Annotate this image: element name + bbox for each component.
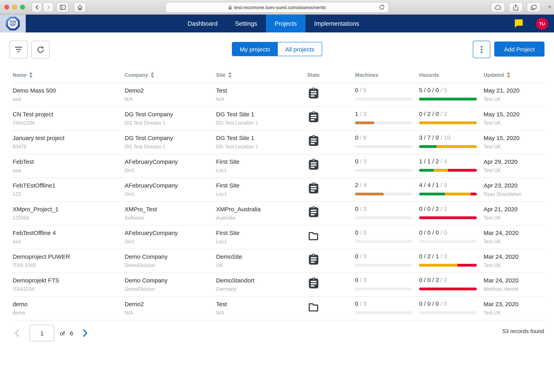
my-projects-button[interactable]: My projects xyxy=(232,42,277,56)
updated-by: Test UK xyxy=(483,144,545,150)
table-row[interactable]: FebTEstOffline1 123 AFebruaryCompany Div… xyxy=(13,178,545,202)
share-button[interactable] xyxy=(509,2,523,12)
zoom-button[interactable] xyxy=(20,5,25,9)
filter-button[interactable] xyxy=(9,41,28,59)
table-row[interactable]: Demoprojekt FTS ITAS1234 Demo Company De… xyxy=(13,273,545,297)
updated-by: Test UK xyxy=(483,96,545,102)
hazards-cell: 0 / 0 / 2 / 2 xyxy=(419,202,483,225)
updated-cell: Apr 29, 2020 Test UK xyxy=(483,154,545,178)
site-cell: XMPro_Australia Australia xyxy=(216,202,294,225)
hazard-yellow-segment xyxy=(419,121,477,124)
hazards-count: 0 / 2 / 1 / 3 xyxy=(419,252,483,260)
hazards-progress-bar xyxy=(419,193,477,196)
tuv-sud-logo[interactable]: TÜV SÜD xyxy=(0,15,26,32)
clipboard-state-icon xyxy=(308,253,318,265)
column-header-site[interactable]: Site xyxy=(216,72,294,78)
company-name: AFebruaryCompany xyxy=(125,158,216,165)
refresh-button[interactable] xyxy=(31,41,50,59)
column-header-name[interactable]: Name xyxy=(13,72,125,78)
table-row[interactable]: Demo Mass 500 asd Demo2 N/A Test N/A xyxy=(13,83,545,107)
company-cell: AFebruaryCompany Div1 xyxy=(125,154,216,178)
reload-icon[interactable] xyxy=(379,4,385,10)
forward-button[interactable] xyxy=(43,2,53,12)
table-row[interactable]: demo demo Demo2 N/A Test N/A xyxy=(13,297,545,320)
state-cell xyxy=(294,273,333,296)
machines-count: 1 / 3 xyxy=(355,110,419,118)
home-icon xyxy=(77,5,83,10)
machines-cell: 2 / 4 xyxy=(333,178,419,201)
updated-by: Test UK xyxy=(483,262,545,269)
table-row[interactable]: XMpro_Project_1 123456 XMPro_Test Softwa… xyxy=(13,202,545,225)
address-bar[interactable]: test-mcomone.tuev-sued.com/assessments xyxy=(165,2,389,13)
back-button[interactable] xyxy=(32,2,42,12)
machines-progress-bar xyxy=(355,311,413,314)
machines-count: 0 / 0 xyxy=(355,229,419,236)
previous-page-button[interactable] xyxy=(14,329,19,337)
add-project-button[interactable]: Add Project xyxy=(494,42,545,56)
company-name: Demo2 xyxy=(125,300,216,308)
company-cell: XMPro_Test Software xyxy=(125,202,216,225)
clipboard-state-icon xyxy=(308,182,318,194)
hazard-red-segment xyxy=(419,287,477,290)
site-name: DG Test Site 1 xyxy=(216,110,294,118)
hazards-progress-bar xyxy=(419,169,477,172)
name-cell: demo demo xyxy=(13,297,125,320)
project-name: FebTest xyxy=(13,158,125,165)
hazards-progress-bar xyxy=(419,121,477,124)
hazards-progress-bar xyxy=(419,145,477,148)
machines-progress-bar xyxy=(355,240,413,243)
machines-cell: 1 / 3 xyxy=(333,107,419,130)
share-icon xyxy=(513,4,518,10)
close-button[interactable] xyxy=(4,5,9,9)
next-page-button[interactable] xyxy=(83,329,88,337)
site-name: First Site xyxy=(216,229,294,237)
nav-item-dashboard[interactable]: Dashboard xyxy=(179,15,226,32)
column-header-company[interactable]: Company xyxy=(125,72,216,78)
updated-cell: May 15, 2020 Test UK xyxy=(483,107,545,130)
cloud-icon xyxy=(494,5,502,10)
table-row[interactable]: January test project 65478 DG Test Compa… xyxy=(13,131,545,154)
projects-scope-toggle: My projects All projects xyxy=(232,42,322,56)
hazards-progress-bar xyxy=(419,216,477,219)
user-avatar[interactable]: TU xyxy=(536,18,548,29)
chevron-left-icon xyxy=(35,5,39,10)
nav-item-settings[interactable]: Settings xyxy=(226,15,266,32)
show-tabs-button[interactable] xyxy=(527,2,540,12)
company-name: DG Test Company xyxy=(125,110,216,118)
machines-count: 0 / 3 xyxy=(355,276,419,284)
home-button[interactable] xyxy=(74,2,86,12)
feedback-flag-icon[interactable] xyxy=(515,19,523,28)
project-code: 65478 xyxy=(13,144,125,150)
updated-by: Ryan Shackleton xyxy=(483,191,545,197)
navbar-right: TU xyxy=(515,15,554,32)
hazards-progress-bar xyxy=(419,287,477,290)
table-row[interactable]: FebTest aaa AFebruaryCompany Div1 First … xyxy=(13,154,545,178)
page-of-label: of xyxy=(60,330,65,336)
nav-items: Dashboard Settings Projects Implementati… xyxy=(179,15,368,32)
more-options-button[interactable] xyxy=(473,41,490,58)
all-projects-button[interactable]: All projects xyxy=(277,42,322,56)
sidebar-toggle-button[interactable] xyxy=(57,2,68,12)
hazards-cell: 1 / 1 / 2 / 4 xyxy=(419,154,483,178)
new-tab-button[interactable]: + xyxy=(548,3,552,11)
updated-cell: May 21, 2020 Test UK xyxy=(483,83,545,106)
minimize-button[interactable] xyxy=(12,5,17,9)
column-header-updated[interactable]: Updated xyxy=(483,72,545,78)
icloud-tabs-button[interactable] xyxy=(491,2,505,12)
site-cell: DemoSite UK xyxy=(216,249,294,273)
nav-item-projects[interactable]: Projects xyxy=(266,15,305,32)
window-controls xyxy=(4,5,25,9)
state-cell xyxy=(294,107,333,130)
hazards-progress-bar xyxy=(419,98,477,100)
page-number-input[interactable] xyxy=(30,325,54,341)
hazards-count: 0 / 0 / 2 / 2 xyxy=(419,276,483,284)
updated-date: Apr 23, 2020 xyxy=(483,182,545,189)
company-name: Demo2 xyxy=(125,87,216,94)
table-row[interactable]: FebTestOffline 4 asd AFebruaryCompany Di… xyxy=(13,225,545,249)
table-row[interactable]: CN Test project 75941234 DG Test Company… xyxy=(13,107,545,131)
table-row[interactable]: Demoproject PUWER ITAS 2345 Demo Company… xyxy=(13,249,545,273)
project-code: asd xyxy=(13,238,125,245)
nav-item-implementations[interactable]: Implementations xyxy=(305,15,368,32)
sort-icons xyxy=(228,72,232,78)
folder-state-icon xyxy=(308,230,319,240)
